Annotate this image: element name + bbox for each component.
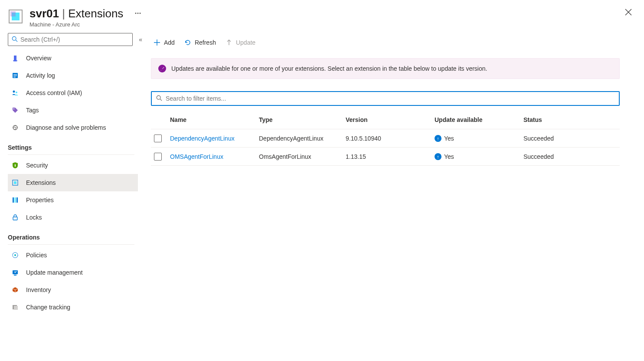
update-management-icon <box>11 269 19 276</box>
tags-icon <box>11 106 19 114</box>
extension-status: Succeeded <box>523 153 620 160</box>
extension-type: DependencyAgentLinux <box>259 135 346 142</box>
more-menu[interactable]: ··· <box>134 9 141 18</box>
extension-type: OmsAgentForLinux <box>259 153 346 160</box>
svg-rect-22 <box>13 217 17 220</box>
search-icon <box>156 95 162 102</box>
col-status[interactable]: Status <box>523 116 620 123</box>
nav-update-management[interactable]: Update management <box>8 264 138 281</box>
row-checkbox[interactable] <box>154 153 162 161</box>
extension-update: ↑ Yes <box>435 153 523 160</box>
extensions-table: Name Type Version Update available Statu… <box>151 110 620 166</box>
rocket-icon <box>158 65 166 72</box>
diagnose-icon <box>11 124 19 131</box>
sidebar-search-input[interactable] <box>20 36 129 43</box>
arrow-up-icon <box>226 39 232 46</box>
extension-name-link[interactable]: OMSAgentForLinux <box>170 153 259 160</box>
svg-point-3 <box>12 36 16 40</box>
nav-locks[interactable]: Locks <box>8 209 138 226</box>
section-settings: Settings <box>8 136 134 155</box>
extension-version: 1.13.15 <box>346 153 435 160</box>
update-available-icon: ↑ <box>435 153 441 160</box>
svg-line-4 <box>16 40 17 42</box>
col-version[interactable]: Version <box>346 116 435 123</box>
row-checkbox[interactable] <box>154 135 162 142</box>
page-title: Extensions <box>68 7 123 20</box>
table-row[interactable]: OMSAgentForLinux OmsAgentForLinux 1.13.1… <box>151 148 620 166</box>
svg-rect-10 <box>13 77 16 77</box>
toolbar: Add Refresh Update <box>151 33 620 52</box>
add-button[interactable]: Add <box>153 37 176 48</box>
nav-policies[interactable]: Policies <box>8 246 138 264</box>
svg-rect-5 <box>14 56 16 61</box>
svg-rect-20 <box>15 197 16 203</box>
nav-tags[interactable]: Tags <box>8 102 138 119</box>
refresh-button[interactable]: Refresh <box>183 37 217 48</box>
svg-point-24 <box>14 254 16 256</box>
main-content: Add Refresh Update Updates are available… <box>147 33 644 361</box>
search-icon <box>12 36 18 43</box>
properties-icon <box>11 196 19 204</box>
close-button[interactable] <box>623 7 634 19</box>
col-type[interactable]: Type <box>259 116 346 123</box>
extension-status: Succeeded <box>523 135 620 142</box>
extension-version: 9.10.5.10940 <box>346 135 435 142</box>
table-row[interactable]: DependencyAgentLinux DependencyAgentLinu… <box>151 129 620 148</box>
nav-overview[interactable]: Overview <box>8 49 138 67</box>
iam-icon <box>11 89 19 97</box>
sidebar-search[interactable] <box>8 33 133 46</box>
sidebar: « Overview Activity log Access control (… <box>0 33 147 361</box>
svg-rect-2 <box>10 11 16 16</box>
inventory-icon <box>11 286 19 294</box>
update-button: Update <box>225 37 256 48</box>
svg-rect-26 <box>14 275 16 276</box>
col-update[interactable]: Update available <box>435 116 523 123</box>
svg-point-15 <box>15 164 16 166</box>
section-operations: Operations <box>8 226 134 245</box>
blade-header: svr01 | Extensions ··· Machine - Azure A… <box>0 0 644 33</box>
locks-icon <box>11 213 19 221</box>
change-tracking-icon <box>11 303 19 311</box>
svg-point-11 <box>13 91 15 93</box>
extensions-icon <box>11 179 19 187</box>
nav-change-tracking[interactable]: Change tracking <box>8 299 138 316</box>
policies-icon <box>11 251 19 259</box>
filter-box[interactable] <box>151 91 620 106</box>
svg-point-13 <box>13 108 14 109</box>
nav-diagnose[interactable]: Diagnose and solve problems <box>8 119 138 136</box>
nav-inventory[interactable]: Inventory <box>8 281 138 299</box>
security-icon <box>11 161 19 169</box>
col-name[interactable]: Name <box>170 116 259 123</box>
svg-rect-28 <box>14 306 18 310</box>
svg-point-12 <box>16 92 17 93</box>
svg-rect-18 <box>14 181 16 184</box>
svg-rect-21 <box>16 197 18 203</box>
overview-icon <box>11 54 19 62</box>
resource-name: svr01 <box>29 7 59 20</box>
info-banner: Updates are available for one or more of… <box>151 58 620 79</box>
resource-type-subtitle: Machine - Azure Arc <box>29 21 617 28</box>
nav-security[interactable]: Security <box>8 157 138 174</box>
collapse-sidebar-button[interactable]: « <box>137 34 144 45</box>
nav-activity-log[interactable]: Activity log <box>8 67 138 84</box>
svg-point-6 <box>13 60 17 62</box>
svg-rect-9 <box>13 75 17 76</box>
log-icon <box>11 72 19 79</box>
extension-update: ↑ Yes <box>435 135 523 142</box>
svg-point-29 <box>157 95 160 99</box>
update-available-icon: ↑ <box>435 135 441 142</box>
refresh-icon <box>184 39 191 46</box>
resource-icon <box>8 9 23 24</box>
plus-icon <box>154 39 160 46</box>
svg-rect-19 <box>13 197 14 203</box>
svg-line-30 <box>160 99 162 101</box>
svg-rect-16 <box>15 165 16 167</box>
nav-access-control[interactable]: Access control (IAM) <box>8 84 138 102</box>
nav-properties[interactable]: Properties <box>8 191 138 209</box>
nav-extensions[interactable]: Extensions <box>8 174 138 191</box>
filter-input[interactable] <box>166 95 615 102</box>
extension-name-link[interactable]: DependencyAgentLinux <box>170 135 259 142</box>
table-header: Name Type Version Update available Statu… <box>151 110 620 129</box>
svg-rect-8 <box>13 74 17 75</box>
banner-text: Updates are available for one or more of… <box>171 65 487 72</box>
